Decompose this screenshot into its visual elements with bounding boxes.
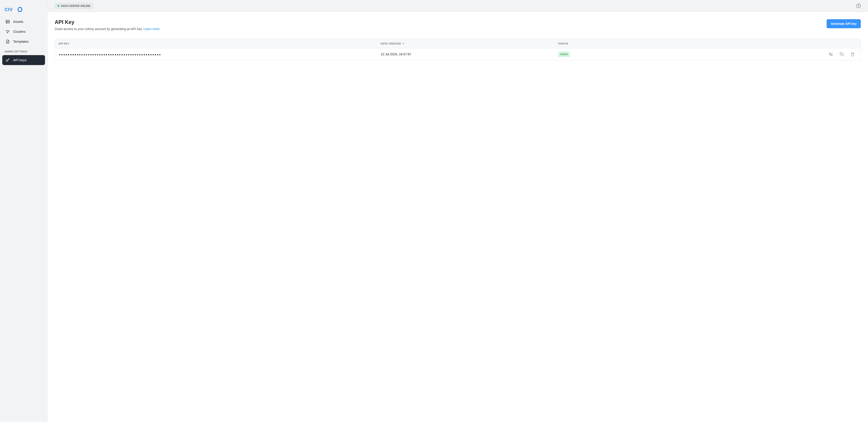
svg-point-7 xyxy=(6,22,7,23)
cell-status: Active xyxy=(555,48,716,60)
status-badge: Active xyxy=(558,52,570,57)
svg-text:CIV: CIV xyxy=(4,7,13,12)
page-heading-block: API Key Grant access to your colony acco… xyxy=(55,19,160,31)
table-row: ••••••••••••••••••••••••••••••••••••••••… xyxy=(55,48,861,60)
column-header-status[interactable]: STATUS xyxy=(555,39,716,48)
learn-more-link[interactable]: Learn more xyxy=(144,27,160,31)
main-area: DATA CENTER ONLINE API Key Grant access … xyxy=(48,0,868,422)
status-text: DATA CENTER ONLINE xyxy=(61,4,90,7)
page-description: Grant access to your colony account by g… xyxy=(55,27,160,31)
cluster-icon xyxy=(5,29,10,34)
brand-logo[interactable]: CIV xyxy=(2,4,45,17)
app-root: CIV Assets xyxy=(0,0,868,422)
sidebar-item-label: Assets xyxy=(13,20,23,24)
document-icon xyxy=(5,39,10,44)
server-icon xyxy=(5,20,10,24)
copy-key-button[interactable] xyxy=(840,52,844,56)
reveal-key-button[interactable] xyxy=(829,52,833,56)
cell-actions xyxy=(715,49,861,59)
column-header-date-created[interactable]: DATE CREATED xyxy=(377,39,555,48)
sort-ascending-icon xyxy=(402,42,405,45)
status-dot-icon xyxy=(57,5,59,7)
sidebar-item-assets[interactable]: Assets xyxy=(2,17,45,27)
sidebar-item-label: Templates xyxy=(13,39,29,43)
sidebar-section-label: ADMIN SETTINGS xyxy=(2,46,45,55)
cell-api-key: ••••••••••••••••••••••••••••••••••••••••… xyxy=(55,49,377,59)
page-content: API Key Grant access to your colony acco… xyxy=(48,12,868,422)
delete-key-button[interactable] xyxy=(850,52,855,56)
sidebar-item-label: Clusters xyxy=(13,30,26,33)
column-header-label: DATE CREATED xyxy=(381,42,401,45)
column-header-actions xyxy=(715,39,861,48)
generate-api-key-button[interactable]: Generate API key xyxy=(827,19,861,28)
column-header-api-key[interactable]: API KEY xyxy=(55,39,377,48)
key-icon xyxy=(5,58,10,62)
svg-point-8 xyxy=(6,30,7,31)
sidebar-item-clusters[interactable]: Clusters xyxy=(2,27,45,37)
page-title: API Key xyxy=(55,19,160,25)
sidebar: CIV Assets xyxy=(0,0,48,422)
sidebar-item-api-keys[interactable]: API keys xyxy=(2,55,45,65)
page-description-text: Grant access to your colony account by g… xyxy=(55,27,144,31)
page-header: API Key Grant access to your colony acco… xyxy=(55,19,861,31)
api-keys-table: API KEY DATE CREATED STATUS ••••••••••••… xyxy=(55,39,861,60)
cell-date-created: 22 Jul 2024, 16:07:67 xyxy=(377,49,555,59)
datacenter-status-chip: DATA CENTER ONLINE xyxy=(54,3,94,9)
topbar: DATA CENTER ONLINE xyxy=(48,0,868,12)
svg-point-10 xyxy=(7,32,8,33)
sidebar-item-label: API keys xyxy=(13,58,26,62)
table-header-row: API KEY DATE CREATED STATUS xyxy=(55,39,861,48)
svg-point-9 xyxy=(8,31,9,31)
api-key-masked: ••••••••••••••••••••••••••••••••••••••••… xyxy=(59,53,161,57)
help-button[interactable] xyxy=(856,3,861,8)
svg-rect-17 xyxy=(841,54,843,56)
sidebar-item-templates[interactable]: Templates xyxy=(2,37,45,46)
